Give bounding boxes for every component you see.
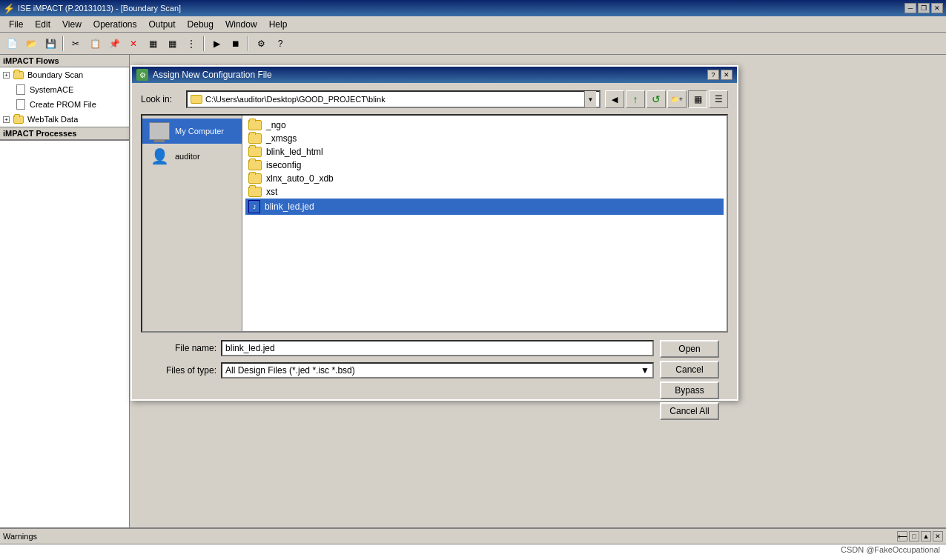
- my-computer-label: My Computer: [175, 127, 224, 136]
- tree-item-create-prom[interactable]: Create PROM File: [0, 97, 129, 112]
- cancel-all-button[interactable]: Cancel All: [660, 402, 719, 420]
- computer-icon: [148, 121, 171, 141]
- restore-button[interactable]: ❐: [918, 3, 930, 13]
- folder-icon-boundary: [13, 69, 24, 81]
- nav-buttons: ◀ ↑ ↺ 📁+ ▦ ☰: [605, 90, 728, 108]
- folder-icon-xst: [248, 187, 262, 197]
- dialog-close-button[interactable]: ✕: [721, 70, 732, 80]
- minimize-button[interactable]: ─: [904, 3, 916, 13]
- webtalk-label: WebTalk Data: [27, 115, 78, 124]
- back-button[interactable]: ◀: [605, 90, 624, 108]
- menu-output[interactable]: Output: [143, 18, 182, 31]
- app-icon: ⚡: [3, 3, 15, 14]
- file-item-xst[interactable]: xst: [245, 185, 724, 199]
- open-button[interactable]: Open: [660, 340, 719, 358]
- auditor-label: auditor: [175, 152, 200, 161]
- processes-section: iMPACT Processes: [0, 127, 129, 141]
- look-in-path: C:\Users\auditor\Desktop\GOOD_PROJECT\bl…: [205, 95, 386, 104]
- menu-help[interactable]: Help: [263, 18, 294, 31]
- processes-header: iMPACT Processes: [0, 127, 129, 140]
- file-xlnx-label: xlnx_auto_0_xdb: [266, 173, 334, 184]
- save-button[interactable]: 💾: [42, 36, 59, 52]
- help-button[interactable]: ?: [271, 36, 289, 52]
- warnings-label: Warnings: [3, 532, 37, 541]
- stop-button[interactable]: ⏹: [227, 36, 245, 52]
- boundary-scan-label: Boundary Scan: [27, 70, 83, 79]
- jed-file-icon: J: [248, 200, 260, 213]
- file-item-xlnx[interactable]: xlnx_auto_0_xdb: [245, 172, 724, 185]
- menu-operations[interactable]: Operations: [87, 18, 143, 31]
- folder-icon-systemace: [15, 84, 27, 96]
- menu-debug[interactable]: Debug: [182, 18, 219, 31]
- warnings-close[interactable]: ✕: [933, 531, 943, 541]
- list-view-button[interactable]: ☰: [709, 90, 728, 108]
- file-name-input[interactable]: [221, 340, 654, 356]
- file-item-blink-led-jed[interactable]: J blink_led.jed: [245, 199, 724, 215]
- menu-view[interactable]: View: [56, 18, 87, 31]
- look-in-combo[interactable]: C:\Users\auditor\Desktop\GOOD_PROJECT\bl…: [186, 90, 601, 108]
- app-title: ISE iMPACT (P.20131013) - [Boundary Scan…: [18, 4, 181, 13]
- nav-item-my-computer[interactable]: My Computer: [142, 119, 242, 144]
- up-button[interactable]: ↑: [626, 90, 645, 108]
- file-item-xmsgs[interactable]: _xmsgs: [245, 132, 724, 145]
- file-name-label: File name:: [150, 343, 216, 353]
- watermark: CSDN @FakeOccupational: [841, 545, 940, 554]
- file-browser: My Computer 👤 auditor _ngo: [141, 114, 728, 333]
- left-panel: iMPACT Flows + Boundary Scan SystemACE C…: [0, 55, 130, 527]
- title-bar-controls: ─ ❐ ✕: [904, 3, 943, 13]
- warnings-restore[interactable]: □: [909, 531, 919, 541]
- grid-button[interactable]: ▦: [144, 36, 162, 52]
- toolbar-separator-3: [248, 36, 249, 51]
- menu-edit[interactable]: Edit: [29, 18, 56, 31]
- folder-icon-ngo: [248, 120, 262, 130]
- new-folder-button[interactable]: 📁+: [667, 90, 687, 108]
- nav-item-auditor[interactable]: 👤 auditor: [142, 144, 242, 169]
- icon-view-button[interactable]: ▦: [688, 90, 707, 108]
- menu-bar: File Edit View Operations Output Debug W…: [0, 16, 946, 33]
- paste-button[interactable]: 📌: [105, 36, 123, 52]
- tree-item-boundary-scan[interactable]: + Boundary Scan: [0, 67, 129, 82]
- menu-file[interactable]: File: [3, 18, 29, 31]
- config-button[interactable]: ⚙: [252, 36, 270, 52]
- cancel-button[interactable]: Cancel: [660, 361, 719, 379]
- open-button[interactable]: 📂: [22, 36, 40, 52]
- warnings-maximize[interactable]: ▲: [921, 531, 931, 541]
- cut-button[interactable]: ✂: [67, 36, 85, 52]
- grid2-button[interactable]: ▦: [163, 36, 181, 52]
- files-of-type-arrow[interactable]: ▼: [641, 365, 649, 376]
- dialog-title-icon: ⚙: [136, 69, 148, 81]
- options-button[interactable]: ⋮: [182, 36, 200, 52]
- combo-folder-icon: [191, 95, 202, 104]
- look-in-dropdown-arrow[interactable]: ▼: [584, 91, 596, 107]
- dialog-help-button[interactable]: ?: [707, 70, 719, 80]
- warnings-minimize[interactable]: ⟵: [897, 531, 907, 541]
- file-ngo-label: _ngo: [266, 120, 286, 130]
- file-blink-html-label: blink_led_html: [266, 147, 323, 157]
- copy-button[interactable]: 📋: [86, 36, 104, 52]
- create-prom-label: Create PROM File: [30, 100, 96, 109]
- systemace-label: SystemACE: [30, 85, 73, 94]
- file-item-ngo[interactable]: _ngo: [245, 119, 724, 132]
- dialog-title-controls: ? ✕: [707, 70, 732, 80]
- delete-button[interactable]: ✕: [125, 36, 142, 52]
- folder-icon-webtalk: [13, 113, 24, 125]
- title-bar: ⚡ ISE iMPACT (P.20131013) - [Boundary Sc…: [0, 0, 946, 16]
- tree-item-systemace[interactable]: SystemACE: [0, 82, 129, 97]
- menu-window[interactable]: Window: [219, 18, 263, 31]
- file-item-blink-led-html[interactable]: blink_led_html: [245, 145, 724, 159]
- file-item-iseconfig[interactable]: iseconfig: [245, 159, 724, 172]
- refresh-button[interactable]: ↺: [646, 90, 666, 108]
- run-button[interactable]: ▶: [208, 36, 225, 52]
- files-of-type-select[interactable]: All Design Files (*.jed *.isc *.bsd) ▼: [221, 362, 654, 379]
- look-in-label: Look in:: [141, 94, 182, 104]
- close-button[interactable]: ✕: [931, 3, 943, 13]
- expand-boundary-scan[interactable]: +: [3, 72, 10, 79]
- file-xmsgs-label: _xmsgs: [266, 133, 297, 144]
- dialog-bottom: Open Cancel Bypass Cancel All File name:…: [141, 340, 728, 392]
- bypass-button[interactable]: Bypass: [660, 381, 719, 399]
- expand-webtalk[interactable]: +: [3, 116, 10, 123]
- person-icon: 👤: [148, 147, 171, 166]
- tree-item-webtalk[interactable]: + WebTalk Data: [0, 112, 129, 127]
- new-button[interactable]: 📄: [3, 36, 21, 52]
- look-in-row: Look in: C:\Users\auditor\Desktop\GOOD_P…: [141, 90, 728, 108]
